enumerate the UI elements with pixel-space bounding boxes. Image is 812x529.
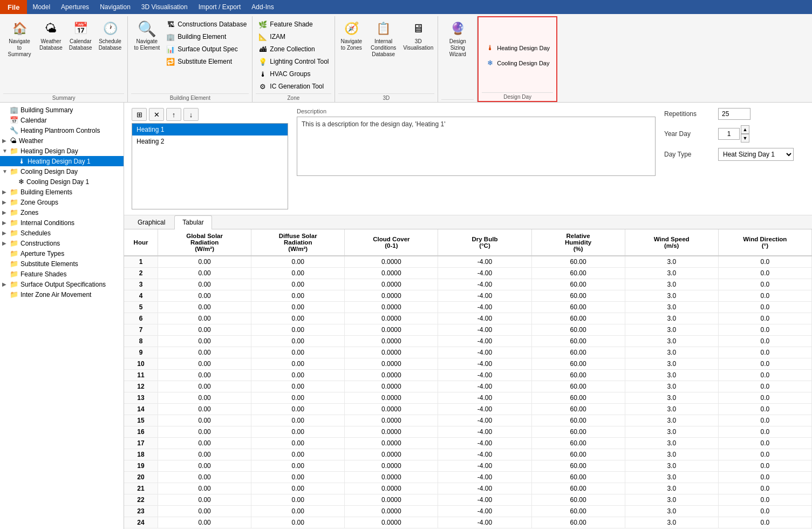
table-cell[interactable]: 0.0 — [718, 517, 811, 528]
move-up-button[interactable]: ↑ — [166, 108, 181, 121]
table-cell[interactable]: 3.0 — [625, 426, 718, 438]
table-cell[interactable]: 60.00 — [531, 506, 625, 517]
file-menu[interactable]: File — [0, 0, 27, 14]
table-cell[interactable]: 0.00 — [158, 370, 251, 381]
building-element-button[interactable]: 🏢 Building Element — [163, 31, 249, 43]
list-item-heating1[interactable]: Heating 1 — [132, 124, 288, 135]
design-sizing-button[interactable]: 🔮 DesignSizing Wizard — [441, 18, 474, 59]
add-item-button[interactable]: ⊞ — [132, 108, 147, 121]
table-cell[interactable]: -4.00 — [438, 256, 531, 268]
table-cell[interactable]: 0.0 — [718, 506, 811, 517]
list-item-heating2[interactable]: Heating 2 — [132, 135, 288, 147]
table-cell[interactable]: 60.00 — [531, 358, 625, 370]
sidebar-item[interactable]: ▼📁Heating Design Day — [0, 146, 124, 156]
calendar-database-button[interactable]: 📅 CalendarDatabase — [66, 18, 95, 53]
table-cell[interactable]: 0.0000 — [345, 415, 438, 426]
table-cell[interactable]: 3.0 — [625, 449, 718, 460]
table-cell[interactable]: 0.00 — [251, 324, 345, 336]
table-cell[interactable]: 60.00 — [531, 290, 625, 302]
table-cell[interactable]: 3.0 — [625, 290, 718, 302]
table-cell[interactable]: -4.00 — [438, 438, 531, 449]
table-cell[interactable]: 0.0 — [718, 392, 811, 404]
table-cell[interactable]: 0.00 — [251, 449, 345, 460]
table-cell[interactable]: 0.0000 — [345, 438, 438, 449]
surface-output-button[interactable]: 📊 Surface Output Spec — [163, 43, 249, 55]
3d-visualisation-button[interactable]: 🖥 3DVisualisation — [402, 18, 434, 53]
table-cell[interactable]: 0.00 — [251, 472, 345, 483]
table-cell[interactable]: 0.00 — [251, 426, 345, 438]
table-cell[interactable]: 0.0000 — [345, 268, 438, 279]
table-cell[interactable]: -4.00 — [438, 302, 531, 313]
table-cell[interactable]: 3.0 — [625, 472, 718, 483]
table-cell[interactable]: -4.00 — [438, 324, 531, 336]
substitute-element-button[interactable]: 🔁 Substitute Element — [163, 56, 249, 67]
table-cell[interactable]: 60.00 — [531, 381, 625, 392]
table-cell[interactable]: 3.0 — [625, 336, 718, 347]
sidebar-item[interactable]: 🔧Heating Plantroom Controls — [0, 125, 124, 135]
menu-import-export[interactable]: Import / Export — [193, 0, 247, 14]
table-cell[interactable]: 0.00 — [158, 347, 251, 358]
table-cell[interactable]: 0.0000 — [345, 392, 438, 404]
table-cell[interactable]: -4.00 — [438, 290, 531, 302]
sidebar-item[interactable]: 🌡Heating Design Day 1 — [0, 156, 124, 166]
zone-collection-button[interactable]: 🏙 Zone Collection — [256, 43, 331, 55]
table-cell[interactable]: 0.00 — [251, 415, 345, 426]
table-cell[interactable]: -4.00 — [438, 472, 531, 483]
table-cell[interactable]: 0.00 — [158, 404, 251, 415]
table-cell[interactable]: 0.00 — [251, 460, 345, 472]
table-cell[interactable]: 60.00 — [531, 415, 625, 426]
table-cell[interactable]: 0.0 — [718, 302, 811, 313]
sidebar-item[interactable]: ▶📁Internal Conditions — [0, 218, 124, 228]
repetitions-input[interactable] — [718, 108, 750, 120]
table-cell[interactable]: 3.0 — [625, 358, 718, 370]
table-cell[interactable]: 0.00 — [158, 449, 251, 460]
table-cell[interactable]: 0.0000 — [345, 370, 438, 381]
table-cell[interactable]: 0.0000 — [345, 324, 438, 336]
sidebar-item[interactable]: ▶📁Constructions — [0, 238, 124, 248]
table-cell[interactable]: -4.00 — [438, 506, 531, 517]
table-cell[interactable]: 60.00 — [531, 370, 625, 381]
table-cell[interactable]: 0.00 — [251, 347, 345, 358]
internal-conditions-button[interactable]: 📋 InternalConditionsDatabase — [368, 18, 399, 59]
delete-item-button[interactable]: ✕ — [149, 108, 164, 121]
hvac-groups-button[interactable]: 🌡 HVAC Groups — [256, 68, 331, 80]
table-cell[interactable]: 0.0 — [718, 415, 811, 426]
cooling-design-day-button[interactable]: ❄ Cooling Design Day — [482, 56, 552, 70]
table-cell[interactable]: 0.00 — [158, 290, 251, 302]
table-cell[interactable]: 3.0 — [625, 415, 718, 426]
table-cell[interactable]: 0.00 — [158, 381, 251, 392]
table-cell[interactable]: 0.00 — [251, 404, 345, 415]
table-cell[interactable]: 60.00 — [531, 472, 625, 483]
table-cell[interactable]: 60.00 — [531, 268, 625, 279]
table-cell[interactable]: 0.00 — [158, 460, 251, 472]
table-cell[interactable]: 0.0 — [718, 324, 811, 336]
table-cell[interactable]: 60.00 — [531, 426, 625, 438]
izam-button[interactable]: 📐 IZAM — [256, 31, 331, 43]
table-cell[interactable]: 3.0 — [625, 517, 718, 528]
table-cell[interactable]: 0.00 — [158, 392, 251, 404]
table-cell[interactable]: 0.0 — [718, 438, 811, 449]
table-cell[interactable]: 0.0 — [718, 494, 811, 506]
table-cell[interactable]: 60.00 — [531, 347, 625, 358]
table-cell[interactable]: 0.00 — [251, 256, 345, 268]
table-cell[interactable]: 0.00 — [251, 494, 345, 506]
ic-generation-button[interactable]: ⚙ IC Generation Tool — [256, 80, 331, 92]
table-cell[interactable]: 0.00 — [251, 438, 345, 449]
table-cell[interactable]: 0.0 — [718, 268, 811, 279]
table-cell[interactable]: 0.00 — [158, 472, 251, 483]
table-cell[interactable]: 3.0 — [625, 381, 718, 392]
table-cell[interactable]: 60.00 — [531, 494, 625, 506]
table-cell[interactable]: 0.0000 — [345, 506, 438, 517]
table-cell[interactable]: 60.00 — [531, 460, 625, 472]
table-cell[interactable]: 60.00 — [531, 336, 625, 347]
table-cell[interactable]: 60.00 — [531, 438, 625, 449]
table-cell[interactable]: 60.00 — [531, 313, 625, 324]
table-cell[interactable]: 0.00 — [251, 392, 345, 404]
table-cell[interactable]: 3.0 — [625, 460, 718, 472]
menu-model[interactable]: Model — [27, 0, 56, 14]
sidebar-item[interactable]: ▼📁Cooling Design Day — [0, 166, 124, 177]
menu-3d-visualisation[interactable]: 3D Visualisation — [136, 0, 193, 14]
table-cell[interactable]: -4.00 — [438, 392, 531, 404]
table-cell[interactable]: 0.0 — [718, 313, 811, 324]
table-cell[interactable]: 0.0 — [718, 256, 811, 268]
